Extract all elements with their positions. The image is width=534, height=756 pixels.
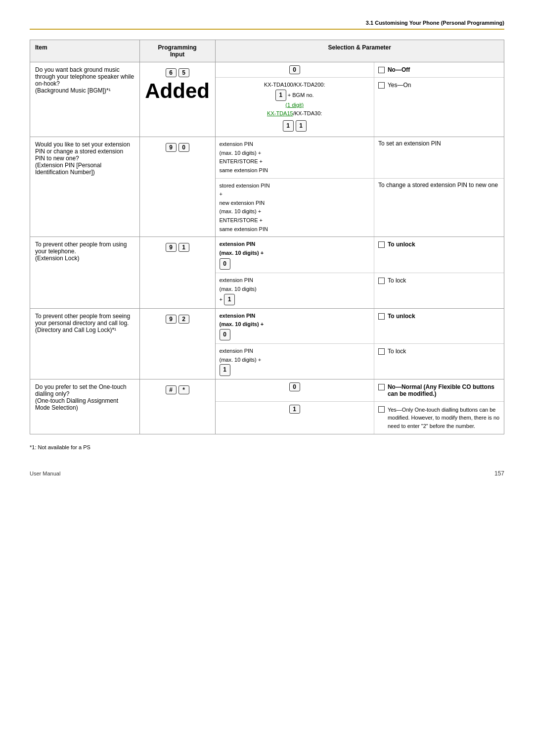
list-item: extension PIN (max. 10 digits) + 0 To un… [216,309,504,344]
key-6: 6 [166,68,177,77]
sel-input-change-pin: stored extension PIN + new extension PIN… [216,178,374,236]
key-9-pin: 9 [166,143,177,152]
key-0: 0 [289,65,300,74]
sel-ext-lock: extension PIN (max. 10 digits) + 0 To un… [215,237,504,309]
sel-dirlock-subtable: extension PIN (max. 10 digits) + 0 To un… [216,309,504,379]
checkbox-no-off [378,67,385,73]
sel-dir-lock: extension PIN (max. 10 digits) + 0 To un… [215,308,504,379]
prog-bgm: 6 5 Added [139,62,215,137]
list-item: extension PIN (max. 10 digits) + 1 To lo… [216,273,504,308]
key-9-lock: 9 [166,243,177,252]
sel-lock-subtable: extension PIN (max. 10 digits) + 0 To un… [216,237,504,308]
checkbox-no-normal [378,384,385,390]
sel-input-dir-unlock: extension PIN (max. 10 digits) + 0 [216,309,374,344]
list-item: extension PIN (max. 10 digits) + 1 To lo… [216,344,504,379]
prog-ext-lock: 9 1 [139,237,215,309]
sel-param-dir-lock: To lock [374,344,504,379]
table-row: Do you want back ground music through yo… [30,62,504,137]
checkbox-lock [378,278,385,284]
sel-pin-subtable: extension PIN (max. 10 digits) + ENTER/S… [216,137,504,236]
sel-input-yes-onetouch: 1 [216,401,374,434]
model-tda15: KX-TDA15 [267,110,293,116]
key-2-dir: 2 [178,315,189,324]
sel-input-dir-lock: extension PIN (max. 10 digits) + 1 [216,344,374,379]
sel-param-set-pin: To set an extension PIN [374,137,504,178]
sel-ext-pin: extension PIN (max. 10 digits) + ENTER/S… [215,137,504,237]
key-1a: 1 [283,120,294,132]
prog-dir-lock: 9 2 [139,308,215,379]
sel-onetouch-subtable: 0 No—Normal (Any Flexible CO buttons can… [216,379,504,434]
col-header-programming: ProgrammingInput [139,40,215,62]
key-1-bgm: 1 [275,90,286,101]
key-1-tolock: 1 [224,294,235,305]
list-item: 0 No—Normal (Any Flexible CO buttons can… [216,379,504,402]
page-number: 157 [494,470,504,477]
sel-param-no-off: No—Off [374,62,504,78]
key-0-pin: 0 [178,143,189,152]
key-star: * [178,385,189,394]
bgm-digit-note: (1 digit) [285,102,304,108]
item-ext-lock: To prevent other people from using your … [30,237,140,309]
table-row: Would you like to set your extension PIN… [30,137,504,237]
sel-input-unlock: extension PIN (max. 10 digits) + 0 [216,237,374,273]
list-item: 0 No—Off [216,62,504,78]
key-0-dirunlock: 0 [220,329,230,340]
page-header: 3.1 Customising Your Phone (Personal Pro… [30,20,504,30]
sel-bgm-subtable: 0 No—Off KX-TDA100/KX-TDA200: [216,62,504,137]
key-5: 5 [178,68,189,77]
main-table: Item ProgrammingInput Selection & Parame… [30,40,504,434]
key-0-onetouch: 0 [289,382,300,391]
list-item: extension PIN (max. 10 digits) + ENTER/S… [216,137,504,178]
prog-ext-pin: 9 0 [139,137,215,237]
key-1-lock: 1 [178,243,189,252]
item-onetouch: Do you prefer to set the One-touch diall… [30,379,140,434]
key-9-dir: 9 [166,315,177,324]
list-item: extension PIN (max. 10 digits) + 0 To un… [216,237,504,273]
item-dir-lock: To prevent other people from seeing your… [30,308,140,379]
added-label: Added [145,79,210,103]
checkbox-unlock [378,241,385,248]
sel-input-no-normal: 0 [216,379,374,402]
sel-param-yes-on: Yes—On [374,78,504,137]
checkbox-yes-onetouch [378,406,385,413]
sel-bgm: 0 No—Off KX-TDA100/KX-TDA200: [215,62,504,137]
table-row: To prevent other people from seeing your… [30,308,504,379]
footnote: *1: Not available for a PS [30,444,504,450]
item-ext-pin: Would you like to set your extension PIN… [30,137,140,237]
item-bgm: Do you want back ground music through yo… [30,62,140,137]
list-item: KX-TDA100/KX-TDA200: 1 + BGM no. (1 digi… [216,78,504,137]
sel-param-dir-unlock: To unlock [374,309,504,344]
checkbox-dir-lock [378,348,385,355]
sel-input-no: 0 [216,62,374,78]
key-hash: # [166,385,177,394]
key-1-dirlock: 1 [220,364,230,376]
col-header-selection: Selection & Parameter [215,40,504,62]
list-item: stored extension PIN + new extension PIN… [216,178,504,236]
sel-input-set-pin: extension PIN (max. 10 digits) + ENTER/S… [216,137,374,178]
checkbox-dir-unlock [378,313,385,320]
page-footer: User Manual 157 [30,470,504,477]
col-header-item: Item [30,40,140,62]
sel-onetouch: 0 No—Normal (Any Flexible CO buttons can… [215,379,504,434]
list-item: 1 Yes—Only One-touch dialling buttons ca… [216,401,504,434]
sel-param-change-pin: To change a stored extension PIN to new … [374,178,504,236]
footer-label: User Manual [30,471,60,476]
sel-param-unlock: To unlock [374,237,504,273]
sel-param-yes-onetouch: Yes—Only One-touch dialling buttons can … [374,401,504,434]
table-row: Do you prefer to set the One-touch diall… [30,379,504,434]
sel-param-lock: To lock [374,273,504,308]
prog-onetouch: # * [139,379,215,434]
key-1b: 1 [296,120,307,132]
checkbox-yes-on [378,82,385,89]
sel-input-yes: KX-TDA100/KX-TDA200: 1 + BGM no. (1 digi… [216,78,374,137]
sel-param-no-normal: No—Normal (Any Flexible CO buttons can b… [374,379,504,402]
key-1-onetouch: 1 [289,405,300,414]
key-0-unlock: 0 [220,258,230,270]
sel-input-lock: extension PIN (max. 10 digits) + 1 [216,273,374,308]
table-row: To prevent other people from using your … [30,237,504,309]
